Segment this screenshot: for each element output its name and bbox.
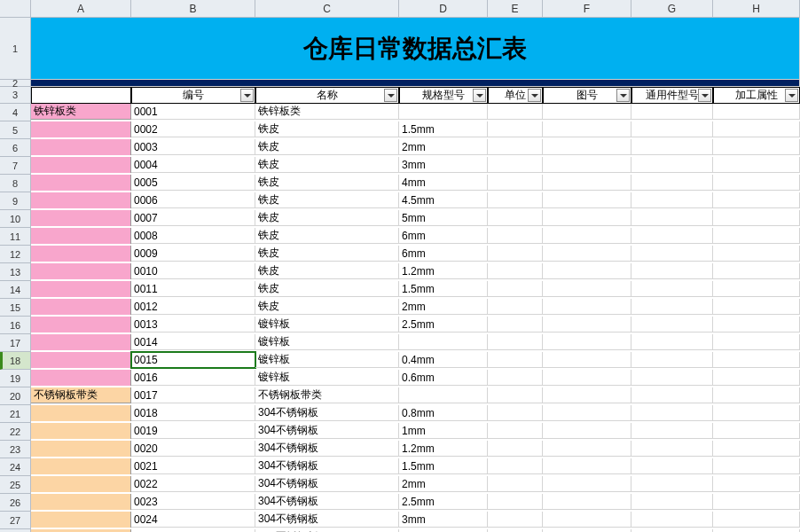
data-cell[interactable]: 1.2mm [399, 263, 488, 279]
data-cell[interactable]: 0.4mm [399, 352, 488, 368]
data-cell[interactable] [543, 246, 631, 262]
filter-dropdown-icon[interactable] [698, 89, 711, 102]
category-cell[interactable] [31, 121, 131, 137]
category-cell[interactable] [31, 334, 131, 350]
data-cell[interactable] [488, 458, 543, 474]
data-cell[interactable]: 304不锈钢板 [255, 458, 399, 474]
data-cell[interactable]: 铁皮 [255, 281, 399, 297]
data-cell[interactable]: 0003 [131, 139, 255, 155]
data-cell[interactable]: 0004 [131, 157, 255, 173]
spreadsheet-grid[interactable]: ABCDEFGH1仓库日常数据总汇表23编号名称规格型号单位图号通用件型号加工属… [0, 0, 800, 532]
data-cell[interactable]: 0011 [131, 281, 255, 297]
data-cell[interactable]: 0018 [131, 405, 255, 421]
data-cell[interactable]: 5mm [399, 210, 488, 226]
data-cell[interactable] [631, 175, 713, 191]
row-header-12[interactable]: 12 [0, 246, 31, 263]
category-cell[interactable] [31, 512, 131, 528]
data-cell[interactable] [713, 263, 800, 279]
data-cell[interactable] [543, 139, 631, 155]
data-cell[interactable]: 铁皮 [255, 175, 399, 191]
category-cell[interactable] [31, 281, 131, 297]
data-cell[interactable] [631, 121, 713, 137]
data-cell[interactable]: 2.5mm [399, 494, 488, 510]
row-header-10[interactable]: 10 [0, 210, 31, 228]
row-header-24[interactable]: 24 [0, 458, 31, 476]
data-cell[interactable] [488, 246, 543, 262]
filter-dropdown-icon[interactable] [240, 89, 254, 102]
data-cell[interactable]: 0005 [131, 175, 255, 191]
data-cell[interactable]: 0.6mm [399, 370, 488, 386]
data-cell[interactable]: 1.5mm [399, 458, 488, 474]
data-cell[interactable] [488, 405, 543, 421]
row-header-21[interactable]: 21 [0, 405, 31, 423]
category-cell[interactable] [31, 441, 131, 457]
header-cell-4[interactable]: 单位 [488, 87, 543, 104]
data-cell[interactable] [713, 121, 800, 137]
header-cell-5[interactable]: 图号 [543, 87, 631, 104]
row-header-23[interactable]: 23 [0, 441, 31, 458]
row-header-13[interactable]: 13 [0, 263, 31, 281]
category-cell[interactable] [31, 175, 131, 191]
category-cell[interactable]: 不锈钢板带类 [31, 387, 131, 403]
data-cell[interactable] [713, 210, 800, 226]
data-cell[interactable] [543, 334, 631, 350]
data-cell[interactable] [631, 317, 713, 332]
header-cell-1[interactable]: 编号 [131, 87, 255, 104]
data-cell[interactable]: 镀锌板 [255, 334, 399, 350]
column-header-B[interactable]: B [131, 0, 255, 18]
data-cell[interactable]: 铁皮 [255, 228, 399, 244]
data-cell[interactable] [543, 352, 631, 368]
header-cell-2[interactable]: 名称 [255, 87, 399, 104]
data-cell[interactable] [543, 387, 631, 403]
row-header-22[interactable]: 22 [0, 423, 31, 441]
column-header-D[interactable]: D [399, 0, 488, 18]
category-cell[interactable] [31, 352, 131, 368]
header-cell-7[interactable]: 加工属性 [713, 87, 800, 104]
row-header-25[interactable]: 25 [0, 476, 31, 494]
data-cell[interactable]: 2mm [399, 299, 488, 315]
data-cell[interactable] [631, 210, 713, 226]
data-cell[interactable] [631, 192, 713, 208]
data-cell[interactable]: 0010 [131, 263, 255, 279]
data-cell[interactable] [713, 192, 800, 208]
data-cell[interactable]: 0024 [131, 512, 255, 528]
data-cell[interactable] [488, 299, 543, 315]
data-cell[interactable] [488, 104, 543, 120]
data-cell[interactable] [631, 228, 713, 244]
row-header-20[interactable]: 20 [0, 387, 31, 405]
row-header-11[interactable]: 11 [0, 228, 31, 246]
data-cell[interactable] [543, 175, 631, 191]
data-cell[interactable] [631, 512, 713, 528]
data-cell[interactable]: 铁皮 [255, 192, 399, 208]
data-cell[interactable] [488, 476, 543, 492]
row-header-1[interactable]: 1 [0, 18, 31, 80]
data-cell[interactable]: 铁皮 [255, 121, 399, 137]
data-cell[interactable] [543, 281, 631, 297]
data-cell[interactable]: 304不锈钢板 [255, 476, 399, 492]
data-cell[interactable] [631, 157, 713, 173]
data-cell[interactable] [488, 228, 543, 244]
row-header-6[interactable]: 6 [0, 139, 31, 157]
data-cell[interactable] [631, 139, 713, 155]
category-cell[interactable] [31, 317, 131, 332]
data-cell[interactable] [631, 263, 713, 279]
data-cell[interactable] [488, 263, 543, 279]
data-cell[interactable] [713, 441, 800, 457]
data-cell[interactable] [631, 370, 713, 386]
column-header-G[interactable]: G [631, 0, 713, 18]
data-cell[interactable]: 4mm [399, 175, 488, 191]
data-cell[interactable] [543, 405, 631, 421]
category-cell[interactable] [31, 494, 131, 510]
data-cell[interactable] [488, 370, 543, 386]
data-cell[interactable] [631, 334, 713, 350]
data-cell[interactable]: 0021 [131, 458, 255, 474]
category-cell[interactable] [31, 423, 131, 439]
data-cell[interactable] [543, 263, 631, 279]
filter-dropdown-icon[interactable] [384, 89, 397, 102]
data-cell[interactable] [543, 441, 631, 457]
data-cell[interactable]: 铁皮 [255, 139, 399, 155]
data-cell[interactable] [543, 512, 631, 528]
data-cell[interactable]: 0002 [131, 121, 255, 137]
data-cell[interactable]: 铁锌板类 [255, 104, 399, 120]
data-cell[interactable] [631, 441, 713, 457]
